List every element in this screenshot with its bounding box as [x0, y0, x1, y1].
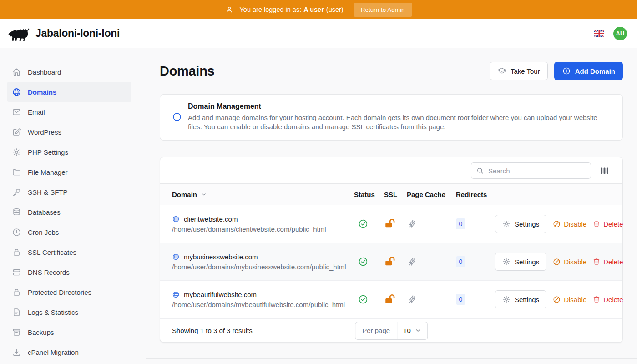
sidebar-item-label: WordPress [28, 128, 61, 136]
column-header-ssl: SSL [384, 191, 407, 198]
sidebar-item-label: Dashboard [28, 68, 61, 76]
ssl-unlocked-icon[interactable] [384, 293, 407, 305]
redirects-count-badge[interactable]: 0 [456, 294, 465, 305]
sidebar-item-cpanel-migration[interactable]: cPanel Migration [7, 342, 131, 362]
trash-icon [592, 295, 601, 303]
chevron-down-icon [415, 327, 421, 334]
column-header-redirects: Redirects [456, 191, 495, 198]
sidebar-item-label: Cron Jobs [28, 228, 59, 236]
sidebar-item-file-manager[interactable]: File Manager [7, 162, 131, 182]
domain-management-info-box: Domain Management Add and manage domains… [160, 94, 623, 141]
redirects-count-badge[interactable]: 0 [456, 218, 465, 229]
column-header-status: Status [354, 191, 384, 198]
add-domain-button[interactable]: Add Domain [554, 62, 623, 80]
ssl-unlocked-icon[interactable] [384, 218, 407, 230]
clock-icon [12, 228, 21, 237]
folder-icon [12, 167, 21, 177]
per-page-label: Per page [355, 322, 397, 339]
settings-button[interactable]: Settings [495, 253, 546, 271]
domain-path: /home/user/domains/clientwebsite.com/pub… [172, 225, 354, 233]
lock-icon [12, 288, 21, 297]
delete-button[interactable]: Delete [592, 258, 623, 266]
column-header-domain[interactable]: Domain [172, 191, 354, 198]
page-cache-disabled-icon[interactable] [407, 218, 456, 229]
info-box-description: Add and manage domains for your hosting … [188, 113, 607, 131]
redirects-count-badge[interactable]: 0 [456, 256, 465, 267]
sidebar-item-wordpress[interactable]: WordPress [7, 122, 131, 142]
trash-icon [592, 258, 601, 266]
lock-icon [12, 248, 21, 257]
domains-table-card: Domain Status SSL Page Cache Redirects c… [160, 157, 623, 343]
sidebar-item-label: Domains [28, 88, 56, 96]
archive-box-icon [12, 328, 21, 337]
search-icon [476, 167, 484, 175]
gear-icon [12, 147, 21, 157]
sidebar-item-email[interactable]: Email [7, 102, 131, 122]
gear-icon [502, 220, 511, 228]
plus-circle-icon [562, 66, 571, 76]
page-cache-disabled-icon[interactable] [407, 294, 456, 305]
user-avatar[interactable]: AU [613, 27, 627, 40]
sidebar-item-domains[interactable]: Domains [7, 82, 131, 102]
sidebar-item-ssl-certificates[interactable]: SSL Certificates [7, 242, 131, 262]
banner-message: You are logged in as: A user (user) [240, 6, 344, 13]
sidebar-item-logs-statistics[interactable]: Logs & Statistics [7, 302, 131, 322]
settings-button[interactable]: Settings [495, 290, 546, 308]
sidebar-item-protected-directories[interactable]: Protected Directories [7, 282, 131, 302]
search-input[interactable] [488, 167, 586, 175]
domain-row: mybusinesswebsite.com /home/user/domains… [160, 243, 622, 281]
table-header-row: Domain Status SSL Page Cache Redirects [160, 183, 622, 205]
domain-path: /home/user/domains/mybusinesswebsite.com… [172, 263, 354, 271]
domain-name: mybeautifulwebsite.com [172, 291, 354, 298]
column-toggle-button[interactable] [599, 165, 610, 177]
page-cache-disabled-icon[interactable] [407, 256, 456, 267]
delete-button[interactable]: Delete [592, 220, 623, 228]
column-header-page-cache: Page Cache [407, 191, 456, 198]
info-box-title: Domain Management [188, 102, 607, 111]
sort-chevron-down-icon [201, 191, 207, 197]
sidebar-item-label: Logs & Statistics [28, 308, 78, 316]
server-icon [12, 268, 21, 277]
domain-row: mybeautifulwebsite.com /home/user/domain… [160, 281, 622, 318]
sidebar-item-cron-jobs[interactable]: Cron Jobs [7, 222, 131, 242]
per-page-value: 10 [403, 327, 411, 334]
sidebar-item-backups[interactable]: Backups [7, 322, 131, 342]
slash-circle-icon [552, 220, 561, 228]
take-tour-button[interactable]: Take Tour [490, 62, 548, 80]
sidebar-item-dashboard[interactable]: Dashboard [7, 62, 131, 82]
settings-button[interactable]: Settings [495, 215, 546, 233]
disable-button[interactable]: Disable [552, 258, 586, 266]
status-enabled-icon [358, 218, 384, 229]
disable-button[interactable]: Disable [552, 295, 586, 304]
pencil-square-icon [12, 127, 21, 137]
sidebar-item-databases[interactable]: Databases [7, 202, 131, 222]
sidebar-item-label: SSL Certificates [28, 248, 76, 256]
search-box [471, 162, 591, 179]
globe-icon [12, 87, 21, 97]
impersonated-user-role: (user) [326, 6, 344, 13]
slash-circle-icon [552, 295, 561, 304]
boar-logo [7, 25, 30, 43]
main-content: Domains Take Tour Add Domain Domain Mana… [146, 48, 637, 364]
sidebar-item-dns-records[interactable]: DNS Records [7, 262, 131, 282]
disable-button[interactable]: Disable [552, 220, 586, 228]
globe-icon [172, 215, 180, 223]
delete-button[interactable]: Delete [592, 295, 623, 303]
return-to-admin-button[interactable]: Return to Admin [354, 3, 412, 17]
per-page-select[interactable]: Per page 10 [355, 322, 428, 340]
page-title: Domains [160, 64, 214, 79]
sidebar-item-php-settings[interactable]: PHP Settings [7, 142, 131, 162]
columns-icon [600, 166, 609, 176]
database-icon [12, 207, 21, 217]
table-footer: Showing 1 to 3 of 3 results Per page 10 [160, 318, 622, 342]
uk-flag-icon[interactable] [594, 30, 604, 37]
ssl-unlocked-icon[interactable] [384, 256, 407, 268]
domain-name: mybusinesswebsite.com [172, 253, 354, 261]
slash-circle-icon [552, 258, 561, 266]
sidebar-item-label: SSH & SFTP [28, 188, 68, 196]
sidebar-nav: Dashboard Domains Email WordPress PHP Se… [0, 48, 146, 364]
sidebar-item-label: DNS Records [28, 268, 70, 276]
sidebar-item-label: Databases [28, 208, 61, 216]
trash-icon [592, 220, 601, 228]
sidebar-item-ssh-sftp[interactable]: SSH & SFTP [7, 182, 131, 202]
